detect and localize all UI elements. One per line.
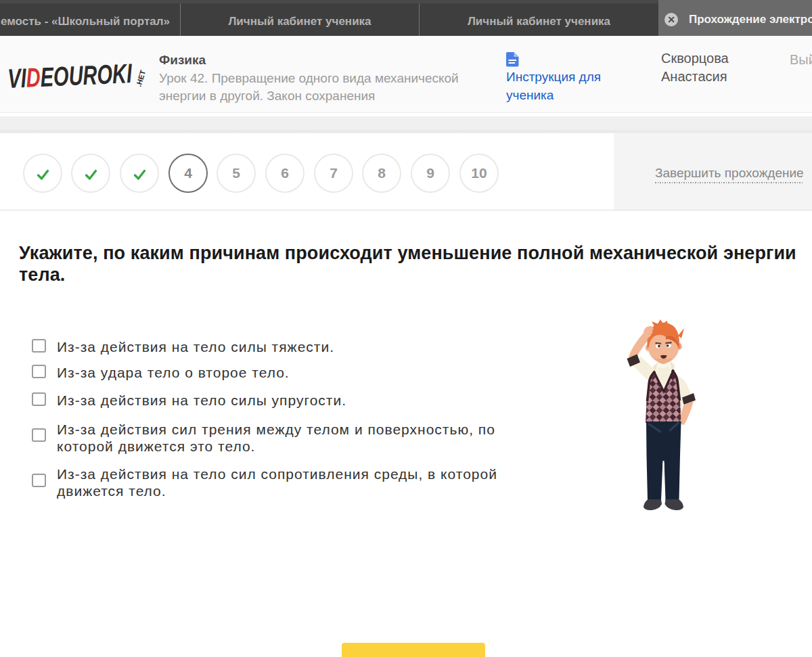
svg-text:.НЕТ: .НЕТ — [134, 69, 147, 88]
svg-text:VIDEOUROKI: VIDEOUROKI — [7, 63, 133, 93]
